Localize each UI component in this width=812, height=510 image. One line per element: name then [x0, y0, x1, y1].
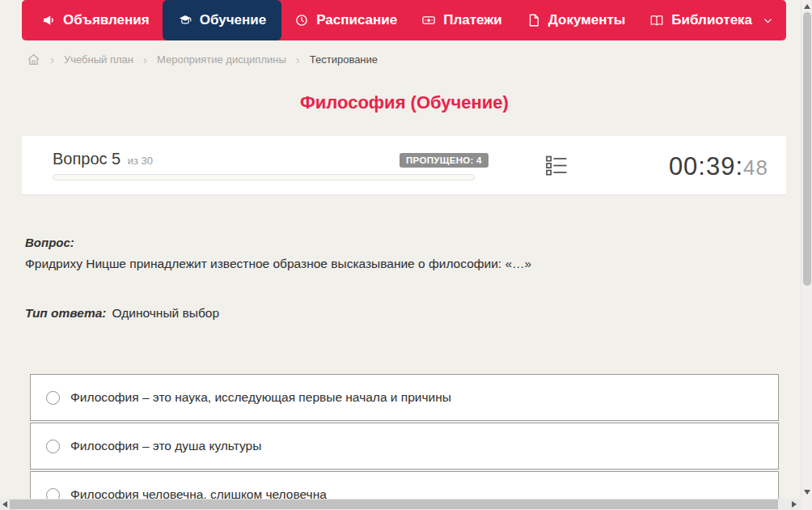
skipped-badge: ПРОПУЩЕНО: 4 [400, 153, 488, 168]
answer-option-label: Философия – это наука, исследующая первы… [70, 390, 451, 405]
question-number: Вопрос 5 [53, 150, 121, 168]
answer-option-label: Философия – это душа культуры [70, 439, 261, 453]
quiz-status-panel: Вопрос 5 из 30 ПРОПУЩЕНО: 4 00:39:48 [22, 136, 786, 194]
scroll-right-icon[interactable] [792, 501, 797, 508]
vertical-scrollbar-thumb[interactable] [803, 12, 811, 286]
book-icon [649, 13, 664, 28]
horizontal-scrollbar-thumb[interactable] [10, 499, 778, 509]
answer-option-1[interactable]: Философия – это наука, исследующая первы… [30, 374, 779, 421]
timer-seconds: 48 [743, 155, 768, 180]
nav-item-label: Обучение [200, 12, 266, 28]
nav-item-label: Расписание [316, 12, 397, 28]
question-total: из 30 [128, 155, 153, 167]
answer-type-value: Одиночный выбор [112, 306, 220, 320]
question-counter: Вопрос 5 из 30 [53, 150, 153, 168]
breadcrumb: › Учебный план › Мероприятие дисциплины … [27, 50, 378, 68]
nav-item-label: Документы [548, 12, 626, 28]
nav-item-library[interactable]: Библиотека [638, 0, 785, 40]
breadcrumb-separator-icon: › [50, 53, 54, 66]
scroll-left-icon[interactable] [2, 501, 7, 508]
page-title: Философия (Обучение) [0, 92, 809, 113]
answer-type-label: Тип ответа: [25, 306, 107, 320]
scroll-down-icon[interactable] [804, 490, 810, 495]
question-text: Фридриху Ницше принадлежит известное обр… [25, 257, 753, 271]
banknote-icon [421, 13, 436, 28]
breadcrumb-item-testing: Тестирование [310, 53, 378, 66]
vertical-scrollbar[interactable] [801, 0, 812, 499]
horizontal-scrollbar[interactable] [0, 499, 801, 510]
nav-item-label: Объявления [63, 12, 150, 28]
nav-item-learning[interactable]: Обучение [163, 0, 281, 40]
chevron-down-icon [763, 15, 773, 26]
top-navigation: Объявления Обучение Расписание Платежи Д… [22, 0, 786, 40]
question-list-icon[interactable] [546, 155, 568, 176]
home-icon[interactable] [27, 53, 40, 66]
answer-option-2[interactable]: Философия – это душа культуры [30, 423, 779, 470]
nav-item-documents[interactable]: Документы [515, 0, 637, 40]
timer: 00:39:48 [669, 152, 768, 181]
nav-item-payments[interactable]: Платежи [410, 0, 514, 40]
graduation-cap-icon [178, 13, 192, 28]
breadcrumb-separator-icon: › [296, 53, 300, 66]
nav-item-announcements[interactable]: Объявления [30, 0, 161, 40]
scrollbar-corner [801, 499, 812, 510]
nav-item-label: Библиотека [671, 12, 752, 28]
radio-icon[interactable] [46, 440, 60, 453]
progress-bar [53, 174, 475, 181]
scroll-up-icon[interactable] [804, 4, 810, 9]
breadcrumb-item-curriculum[interactable]: Учебный план [64, 53, 133, 66]
question-prompt-label: Вопрос: [25, 236, 74, 249]
clock-icon [294, 13, 309, 28]
radio-icon[interactable] [46, 391, 60, 405]
timer-hours-minutes: 00:39: [669, 152, 743, 181]
answer-type-row: Тип ответа:Одиночный выбор [25, 306, 219, 321]
document-icon [527, 13, 541, 28]
megaphone-icon [41, 13, 56, 28]
nav-item-schedule[interactable]: Расписание [283, 0, 408, 40]
nav-item-label: Платежи [443, 12, 502, 28]
breadcrumb-separator-icon: › [143, 53, 147, 66]
breadcrumb-item-discipline-event[interactable]: Мероприятие дисциплины [157, 53, 286, 66]
